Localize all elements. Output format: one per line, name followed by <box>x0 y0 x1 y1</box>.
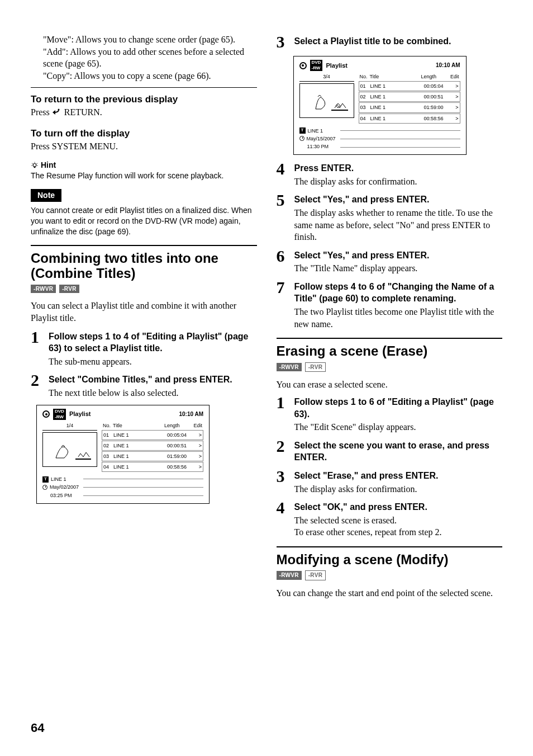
step-item: 2 Select "Combine Titles," and press ENT… <box>31 372 257 399</box>
hint-text: The Resume Play function will work for s… <box>31 171 257 181</box>
playlist-count: 3/4 <box>299 73 354 82</box>
step-item: 1Follow steps 1 to 6 of "Editing a Playl… <box>277 394 503 433</box>
badge-row: -RWVR -RVR <box>277 362 503 372</box>
cell-length: 00:05:04 <box>167 432 195 438</box>
step-number: 6 <box>277 248 289 264</box>
table-row[interactable]: 03LINE 101:59:00> <box>102 451 203 461</box>
table-row[interactable]: 02LINE 100:00:51> <box>359 92 460 102</box>
col-no: No. <box>103 422 113 429</box>
step-sub: The display asks whether to rename the t… <box>294 207 503 243</box>
step-title: Follow steps 1 to 4 of "Editing a Playli… <box>49 330 257 355</box>
col-title: Title <box>370 73 421 80</box>
steps-after: 4Press ENTER.The display asks for confir… <box>277 160 503 330</box>
clock-icon <box>42 485 47 490</box>
table-row[interactable]: 01LINE 100:05:04> <box>359 81 460 91</box>
step-sub: The "Title Name" display appears. <box>294 262 503 275</box>
step-title: Select "OK," and press ENTER. <box>294 501 503 513</box>
hint-row: Hint <box>31 160 257 171</box>
disc-icon <box>299 62 307 69</box>
meta-title: LINE 1 <box>51 476 66 483</box>
col-edit: Edit <box>449 73 459 80</box>
step-sub: The display asks for confirmation. <box>294 483 503 495</box>
erase-steps: 1Follow steps 1 to 6 of "Editing a Playl… <box>277 394 503 538</box>
playlist-thumbnail <box>299 83 354 118</box>
table-row[interactable]: 01LINE 100:05:04> <box>102 430 203 440</box>
col-title: Title <box>113 422 164 429</box>
cell-length: 01:59:00 <box>424 104 452 111</box>
col-length: Length <box>164 422 192 429</box>
return-text-post: RETURN. <box>62 107 102 117</box>
cell-no: 02 <box>103 442 113 449</box>
svg-point-0 <box>58 109 59 111</box>
step-number: 5 <box>277 192 289 209</box>
playlist-title: Playlist <box>326 62 348 70</box>
table-row[interactable]: 04LINE 100:58:56> <box>359 114 460 124</box>
step-number: 3 <box>277 468 289 485</box>
step-item: 3Select "Erase," and press ENTER.The dis… <box>277 468 503 495</box>
t-badge-icon: T <box>42 476 49 483</box>
step-title: Follow steps 1 to 6 of "Editing a Playli… <box>294 396 503 420</box>
badge-rvr: -RVR <box>305 362 326 372</box>
step-number: 2 <box>277 438 289 455</box>
cell-length: 00:05:04 <box>424 83 452 89</box>
cell-no: 03 <box>360 104 370 111</box>
return-icon <box>52 107 62 120</box>
step-title: Select "Yes," and press ENTER. <box>294 193 503 206</box>
cell-title: LINE 1 <box>370 83 424 89</box>
divider-thick <box>277 338 503 339</box>
cell-length: 00:00:51 <box>424 93 452 100</box>
step-sub: The "Edit Scene" display appears. <box>294 421 503 433</box>
step-title: Select "Yes," and press ENTER. <box>294 249 503 262</box>
turnoff-heading: To turn off the display <box>31 127 257 140</box>
badge-row: -RWVR -RVR <box>277 570 503 580</box>
col-length: Length <box>421 73 449 80</box>
cell-edit: > <box>452 104 459 111</box>
cell-no: 04 <box>360 115 370 122</box>
divider-thick <box>277 546 503 547</box>
table-row[interactable]: 04LINE 100:58:56> <box>102 462 203 472</box>
table-row[interactable]: 02LINE 100:00:51> <box>102 441 203 451</box>
cell-title: LINE 1 <box>370 104 424 111</box>
cell-length: 00:58:56 <box>167 464 195 470</box>
right-column: 3 Select a Playlist title to be combined… <box>277 34 503 599</box>
playlist-thumbnail <box>42 432 97 467</box>
dvd-rw-badge: DVD-RW <box>53 409 66 420</box>
step3-list: 3 Select a Playlist title to be combined… <box>277 34 503 50</box>
step-item: 5Select "Yes," and press ENTER.The displ… <box>277 192 503 243</box>
meta-time: 03:25 PM <box>50 492 72 499</box>
playlist-title: Playlist <box>69 410 91 418</box>
col-edit: Edit <box>192 422 202 429</box>
clock-icon <box>299 136 304 141</box>
badge-rwvr: -RWVR <box>277 571 302 580</box>
cell-title: LINE 1 <box>113 453 167 460</box>
playlist-count: 1/4 <box>42 422 97 431</box>
svg-line-4 <box>37 163 37 164</box>
step-item: 4Select "OK," and press ENTER.The select… <box>277 499 503 538</box>
t-badge-icon: T <box>299 127 306 134</box>
svg-point-1 <box>33 163 36 167</box>
step-number: 4 <box>277 160 289 177</box>
svg-line-3 <box>32 163 32 164</box>
blank-lines <box>340 124 460 150</box>
cell-no: 01 <box>360 83 370 89</box>
meta-title: LINE 1 <box>308 127 323 134</box>
copy-label: "Copy" <box>43 71 70 81</box>
meta-date: May/02/2007 <box>50 484 79 490</box>
erase-heading: Erasing a scene (Erase) <box>277 343 503 359</box>
col-no: No. <box>360 73 370 80</box>
left-column: "Move": Allows you to change scene order… <box>31 34 257 599</box>
step-item: 2Select the scene you want to erase, and… <box>277 438 503 464</box>
return-text: Press RETURN. <box>31 106 257 120</box>
cell-no: 03 <box>103 453 113 460</box>
return-text-pre: Press <box>31 107 52 117</box>
cell-edit: > <box>452 83 459 89</box>
badge-rwvr: -RWVR <box>277 363 302 372</box>
step-number: 2 <box>31 372 43 389</box>
cell-edit: > <box>195 432 202 438</box>
cell-length: 01:59:00 <box>167 453 195 460</box>
table-row[interactable]: 03LINE 101:59:00> <box>359 102 460 112</box>
divider-thick <box>31 245 257 246</box>
playlist-time: 10:10 AM <box>179 410 203 418</box>
move-label: "Move" <box>43 35 71 44</box>
combine-steps: 1 Follow steps 1 to 4 of "Editing a Play… <box>31 329 257 399</box>
